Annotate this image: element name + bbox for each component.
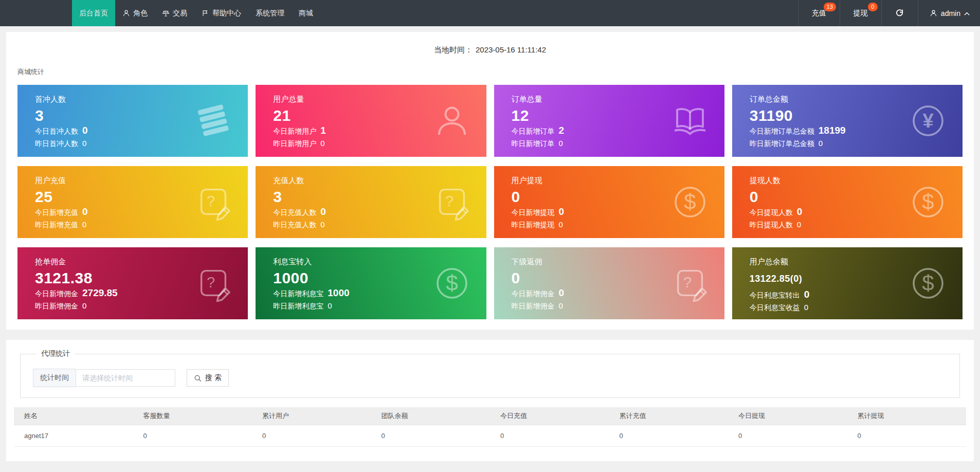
table-cell-3: 0	[371, 425, 491, 447]
svg-text:?: ?	[207, 193, 215, 209]
table-cell-7: 0	[847, 425, 967, 447]
card-yesterday-line: 昨日首冲人数0	[17, 139, 248, 151]
edit-doc-icon: ?	[433, 183, 471, 221]
card-yesterday-line: 昨日提现人数0	[732, 220, 963, 232]
user-menu[interactable]: admin	[918, 0, 980, 26]
nav-tab-label: 帮助中心	[212, 9, 241, 18]
table-cell-6: 0	[728, 425, 847, 447]
stat-card-user-total-balance: 用户总余额 13122.85(0) 今日利息宝转出0 今日利息宝收益0 $	[732, 247, 963, 319]
recharge-button[interactable]: 充值13	[798, 0, 840, 26]
nav-tab-help-center[interactable]: 帮助中心	[194, 0, 248, 26]
svg-text:$: $	[922, 190, 934, 214]
table-cell-1: 0	[133, 425, 252, 447]
stat-card-user-recharge: 用户充值 25 今日新增充值0 昨日新增充值0 ?	[17, 166, 248, 238]
refresh-button[interactable]	[881, 0, 918, 26]
stat-time-label: 统计时间	[33, 369, 76, 387]
card-yesterday-line: 昨日新增订单0	[494, 139, 724, 151]
column-header-7: 累计提现	[847, 407, 967, 425]
table-cell-0: agnet17	[14, 425, 133, 447]
recharge-badge: 13	[824, 3, 836, 11]
card-yesterday-line: 昨日新增用户0	[256, 139, 486, 151]
edit-doc-icon: ?	[671, 264, 709, 302]
withdraw-label: 提现	[854, 9, 868, 18]
user-name: admin	[941, 9, 960, 17]
svg-text:$: $	[922, 271, 934, 295]
layers-icon	[194, 102, 232, 140]
stat-card-total-orders: 订单总量 12 今日新增订单2 昨日新增订单0	[494, 85, 724, 157]
card-yesterday-line: 昨日充值人数0	[256, 220, 486, 232]
yen-icon: ¥	[909, 102, 947, 140]
nav-tab-roles[interactable]: 角色	[115, 0, 155, 26]
local-time: 当地时间：2023-05-16 11:11:42	[6, 32, 974, 55]
svg-text:$: $	[446, 271, 458, 295]
svg-text:$: $	[684, 190, 696, 214]
recharge-label: 充值	[812, 9, 826, 18]
column-header-2: 累计用户	[252, 407, 371, 425]
dollar-icon: $	[671, 183, 709, 221]
dollar-icon: $	[909, 264, 947, 302]
nav-tab-system[interactable]: 系统管理	[248, 0, 292, 26]
flag-icon	[202, 9, 209, 17]
svg-text:?: ?	[207, 274, 215, 291]
agent-section-title: 代理统计	[36, 349, 75, 358]
nav-menu: 后台首页角色交易帮助中心系统管理商城	[72, 0, 320, 26]
table-cell-4: 0	[490, 425, 609, 447]
card-yesterday-line: 昨日新增佣金0	[17, 301, 248, 314]
book-icon	[671, 102, 709, 140]
stat-card-interest-transfer-in: 利息宝转入 1000 今日新增利息宝1000 昨日新增利息宝0 $	[256, 247, 486, 319]
chevron-up-icon	[964, 12, 970, 16]
nav-tab-label: 交易	[173, 9, 187, 18]
stat-card-sub-rebate: 下级返佣 0 今日新增佣金0 昨日新增佣金0 ?	[494, 247, 724, 319]
card-yesterday-line: 昨日新增佣金0	[494, 301, 724, 314]
search-icon	[194, 374, 202, 382]
card-yesterday-line: 今日利息宝收益0	[732, 303, 963, 315]
top-navbar: 后台首页角色交易帮助中心系统管理商城 充值13提现0 admin	[0, 0, 980, 26]
nav-tab-label: 后台首页	[79, 9, 108, 18]
column-header-0: 姓名	[14, 407, 133, 425]
card-yesterday-line: 昨日新增提现0	[494, 220, 724, 232]
table-row: agnet170000000	[14, 425, 966, 447]
svg-text:?: ?	[445, 193, 453, 209]
scales-icon	[162, 9, 170, 17]
agent-filter-row: 统计时间 搜 索	[29, 369, 951, 387]
column-header-3: 团队余额	[371, 407, 491, 425]
column-header-6: 今日提现	[728, 407, 847, 425]
stat-time-input[interactable]	[76, 369, 175, 387]
search-button[interactable]: 搜 索	[187, 369, 229, 387]
stat-card-total-users: 用户总量 21 今日新增用户1 昨日新增用户0	[256, 85, 486, 157]
table-header-row: 姓名客服数量累计用户团队余额今日充值累计充值今日提现累计提现	[14, 407, 966, 425]
stat-card-first-recharge-users: 首冲人数 3 今日首冲人数0 昨日首冲人数0	[17, 85, 248, 157]
edit-doc-icon: ?	[194, 264, 232, 302]
nav-tab-label: 商城	[299, 9, 313, 18]
nav-tab-label: 系统管理	[256, 9, 284, 18]
agent-fieldset: 代理统计 统计时间 搜 索	[20, 349, 960, 398]
withdraw-button[interactable]: 提现0	[840, 0, 881, 26]
refresh-icon	[895, 9, 904, 17]
user-icon	[433, 102, 471, 140]
nav-tab-mall[interactable]: 商城	[292, 0, 320, 26]
stat-card-order-commission: 抢单佣金 3121.38 今日新增佣金2729.85 昨日新增佣金0 ?	[17, 247, 248, 319]
stat-card-total-order-amount: 订单总金额 31190 今日新增订单总金额18199 昨日新增订单总金额0 ¥	[732, 85, 963, 157]
card-yesterday-line: 昨日新增充值0	[17, 220, 248, 232]
nav-right: 充值13提现0 admin	[798, 0, 980, 26]
table-cell-5: 0	[609, 425, 729, 447]
svg-text:¥: ¥	[922, 110, 933, 132]
nav-tab-home[interactable]: 后台首页	[72, 0, 115, 26]
column-header-5: 累计充值	[609, 407, 729, 425]
nav-tab-label: 角色	[133, 9, 148, 18]
stats-section-title: 商城统计	[17, 67, 974, 77]
person-icon	[122, 9, 130, 17]
stat-card-recharge-users: 充值人数 3 今日充值人数0 昨日充值人数0 ?	[256, 166, 486, 238]
search-button-label: 搜 索	[205, 373, 222, 383]
dollar-icon: $	[909, 183, 947, 221]
stat-card-withdraw-users: 提现人数 0 今日提现人数0 昨日提现人数0 $	[732, 166, 963, 238]
local-time-value: 2023-05-16 11:11:42	[476, 45, 546, 54]
dollar-icon: $	[433, 264, 471, 302]
nav-tab-trade[interactable]: 交易	[155, 0, 194, 26]
stats-panel: 当地时间：2023-05-16 11:11:42 商城统计 首冲人数 3 今日首…	[6, 32, 974, 330]
nav-actions: 充值13提现0	[798, 0, 881, 26]
agent-table: 姓名客服数量累计用户团队余额今日充值累计充值今日提现累计提现 agnet1700…	[14, 407, 966, 447]
card-yesterday-line: 昨日新增订单总金额0	[732, 139, 963, 151]
user-icon	[930, 9, 937, 17]
column-header-1: 客服数量	[133, 407, 252, 425]
